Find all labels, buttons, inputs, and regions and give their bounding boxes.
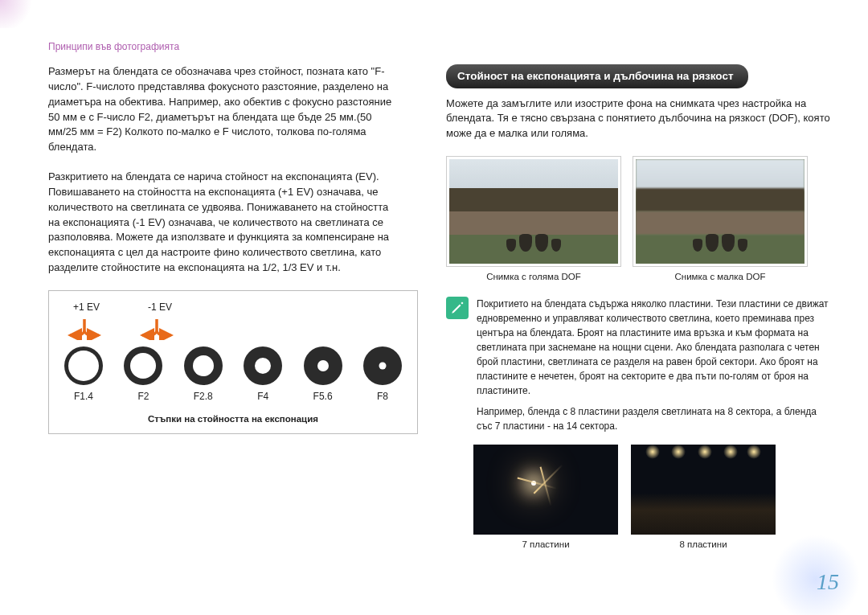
- left-column: Размерът на блендата се обозначава чрез …: [48, 64, 402, 434]
- para-exposure-value: Разкритието на блендата се нарича стойно…: [48, 170, 402, 276]
- svg-point-1: [68, 351, 99, 381]
- dof-small-image-wrap: Снимка с малка DOF: [633, 156, 808, 290]
- right-column: Стойност на експонацията и дълбочина на …: [446, 64, 832, 557]
- ev-arrows: [60, 318, 406, 340]
- ev-plus-label: +1 EV: [73, 301, 100, 314]
- svg-point-5: [193, 355, 214, 376]
- aperture-f4: F4: [240, 345, 286, 404]
- aperture-f28: F2.8: [180, 345, 227, 404]
- info-para-1: Покритието на блендата съдържа няколко п…: [477, 297, 832, 398]
- ev-minus-label: -1 EV: [148, 301, 172, 314]
- night-7-blades-wrap: 7 пластини: [473, 445, 618, 558]
- page-number: 15: [817, 566, 839, 599]
- aperture-diagram: +1 EV -1 EV F1.4: [48, 290, 418, 434]
- night-7-caption: 7 пластини: [473, 538, 618, 551]
- decor-blur-top-left: [0, 0, 36, 28]
- dof-small-image: [636, 159, 805, 264]
- aperture-f8: F8: [359, 345, 406, 404]
- aperture-f2: F2: [120, 345, 166, 404]
- section-title-pill: Стойност на експонацията и дълбочина на …: [446, 64, 748, 88]
- night-8-caption: 8 пластини: [631, 538, 776, 551]
- svg-point-7: [255, 358, 271, 374]
- dof-large-image-wrap: Снимка с голяма DOF: [446, 156, 621, 290]
- dof-small-caption: Снимка с малка DOF: [633, 270, 808, 284]
- para-dof: Можете да замъглите или изострите фона н…: [446, 96, 832, 142]
- info-para-2: Например, бленда с 8 пластини разделя св…: [477, 404, 832, 433]
- night-8-blades-image: [631, 445, 776, 535]
- svg-point-9: [317, 360, 329, 371]
- para-aperture-fnumber: Размерът на блендата се обозначава чрез …: [48, 64, 402, 155]
- night-7-blades-image: [473, 445, 618, 535]
- svg-point-11: [379, 363, 386, 370]
- info-note: Покритието на блендата съдържа няколко п…: [446, 297, 832, 440]
- diagram-caption: Стъпки на стойността на експонация: [60, 412, 406, 426]
- svg-point-3: [130, 353, 156, 379]
- page-header-title: Принципи във фотографията: [48, 40, 179, 54]
- aperture-f14: F1.4: [60, 345, 107, 404]
- pen-note-icon: [446, 297, 469, 319]
- dof-large-caption: Снимка с голяма DOF: [446, 270, 621, 284]
- night-8-blades-wrap: 8 пластини: [631, 445, 776, 558]
- dof-large-image: [449, 159, 618, 264]
- aperture-f56: F5.6: [300, 345, 346, 404]
